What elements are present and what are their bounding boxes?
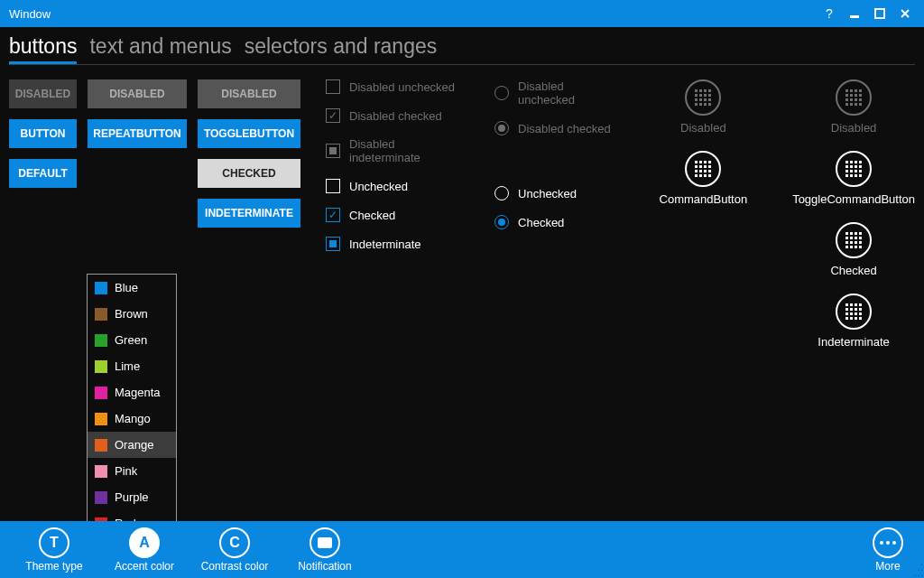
appbar-label: Contrast color (201, 560, 269, 573)
checkbox-column: Disabled unchecked ✓ Disabled checked Di… (311, 79, 457, 349)
color-item-purple[interactable]: Purple (88, 484, 176, 510)
color-item-green[interactable]: Green (88, 327, 176, 353)
radio-label: Disabled unchecked (518, 79, 613, 107)
toggle-command-indeterminate[interactable]: Indeterminate (818, 294, 890, 349)
radio-column: Disabled unchecked Disabled checked Unch… (467, 79, 613, 349)
command-label: CommandButton (660, 192, 748, 206)
radio-disabled-unchecked: Disabled unchecked (494, 79, 613, 107)
command-button[interactable]: CommandButton (660, 151, 748, 206)
color-item-brown[interactable]: Brown (88, 301, 176, 327)
color-item-mango[interactable]: Mango (88, 406, 176, 432)
tab-buttons[interactable]: buttons (9, 34, 77, 64)
command-right-stack: Disabled ToggleCommandButton Checked Ind… (792, 79, 915, 349)
color-item-blue[interactable]: Blue (88, 275, 176, 301)
command-circle (836, 294, 872, 330)
svg-rect-0 (850, 15, 859, 18)
checkbox-label: Disabled unchecked (349, 80, 455, 94)
color-swatch (95, 491, 107, 504)
close-button[interactable] (893, 5, 917, 23)
checkbox-indeterminate[interactable]: Indeterminate (326, 237, 457, 251)
toggle-command-button[interactable]: ToggleCommandButton (792, 151, 915, 206)
togglebutton-checked[interactable]: CHECKED (198, 159, 300, 188)
minimize-button[interactable] (843, 5, 866, 23)
togglebutton-column: DISABLED TOGGLEBUTTON CHECKED INDETERMIN… (198, 79, 300, 349)
check-icon: ✓ (328, 110, 337, 121)
letter-t-icon: T (50, 535, 59, 551)
checkbox-disabled-indeterminate: Disabled indeterminate (326, 137, 457, 164)
grid-icon (845, 303, 862, 320)
radio-circle (494, 215, 509, 229)
color-swatch (95, 308, 107, 321)
command-label: Checked (830, 264, 876, 277)
appbar-notification[interactable]: Notification (280, 527, 370, 573)
window: Window ? buttons text and menus selector… (0, 0, 924, 578)
checkbox-disabled-unchecked: Disabled unchecked (326, 79, 457, 94)
color-swatch (95, 387, 107, 399)
svg-rect-1 (875, 9, 884, 18)
grid-icon (845, 161, 862, 177)
svg-rect-2 (318, 537, 332, 548)
more-icon (880, 541, 896, 545)
command-circle (836, 79, 872, 116)
resize-grip[interactable]: .. .. . . (914, 560, 922, 576)
radio-unchecked[interactable]: Unchecked (494, 186, 613, 200)
repeatbutton[interactable]: REPEATBUTTON (88, 119, 187, 148)
radio-checked[interactable]: Checked (494, 215, 613, 229)
color-item-pink[interactable]: Pink (88, 458, 176, 484)
radio-circle (494, 121, 509, 135)
command-label: Indeterminate (818, 335, 890, 349)
appbar-theme-type[interactable]: T Theme type (9, 527, 99, 573)
tab-selectors-ranges[interactable]: selectors and ranges (245, 34, 438, 61)
titlebar: Window ? (0, 0, 924, 27)
color-item-orange[interactable]: Orange (88, 432, 176, 458)
color-item-magenta[interactable]: Magenta (88, 379, 176, 406)
checkbox-label: Disabled indeterminate (349, 137, 457, 164)
appbar: T Theme type A Accent color C Contrast c… (0, 521, 924, 578)
command-label: Disabled (831, 121, 877, 135)
checkbox-label: Unchecked (349, 180, 408, 193)
close-icon (900, 8, 910, 19)
togglebutton-disabled: DISABLED (198, 79, 300, 108)
grid-icon (695, 89, 711, 106)
button-disabled: DISABLED (9, 79, 77, 108)
color-label: Blue (115, 281, 138, 294)
checkbox-box (326, 237, 340, 251)
command-column: Disabled CommandButton Disabled ToggleCo… (624, 79, 915, 349)
color-label: Pink (115, 464, 137, 478)
command-label: ToggleCommandButton (792, 192, 915, 206)
color-label: Green (115, 333, 147, 347)
color-swatch (95, 413, 107, 425)
button-column: DISABLED BUTTON DEFAULT (9, 79, 77, 349)
appbar-contrast-color[interactable]: C Contrast color (189, 527, 280, 573)
checkbox-label: Checked (349, 209, 395, 222)
color-item-lime[interactable]: Lime (88, 353, 176, 379)
toggle-command-checked[interactable]: Checked (830, 222, 876, 277)
togglebutton-indeterminate[interactable]: INDETERMINATE (198, 199, 300, 228)
checkbox-box (326, 144, 340, 158)
accent-color-popup[interactable]: BlueBrownGreenLimeMagentaMangoOrangePink… (87, 274, 177, 537)
repeatbutton-disabled: DISABLED (88, 79, 187, 108)
button-normal[interactable]: BUTTON (9, 119, 77, 148)
grid-icon (695, 161, 711, 177)
checkbox-unchecked[interactable]: Unchecked (326, 179, 457, 193)
color-label: Brown (115, 307, 148, 321)
appbar-icon-circle (310, 527, 340, 558)
tab-text-menus[interactable]: text and menus (89, 34, 231, 61)
checkbox-checked[interactable]: ✓ Checked (326, 208, 457, 222)
appbar-more[interactable]: More (861, 527, 915, 573)
command-left-stack: Disabled CommandButton (660, 79, 748, 349)
letter-a-icon: A (139, 535, 150, 551)
window-title: Window (9, 7, 818, 21)
radio-dot-icon (498, 219, 505, 226)
notification-icon (317, 536, 333, 549)
maximize-button[interactable] (868, 5, 892, 23)
minimize-icon (849, 8, 860, 19)
togglebutton[interactable]: TOGGLEBUTTON (198, 119, 300, 148)
button-default[interactable]: DEFAULT (9, 159, 77, 188)
color-swatch (95, 360, 107, 373)
checkbox-box (326, 79, 340, 94)
tabs: buttons text and menus selectors and ran… (9, 34, 915, 65)
help-button[interactable]: ? (818, 6, 841, 21)
appbar-accent-color[interactable]: A Accent color (99, 527, 189, 573)
color-label: Orange (115, 438, 153, 452)
